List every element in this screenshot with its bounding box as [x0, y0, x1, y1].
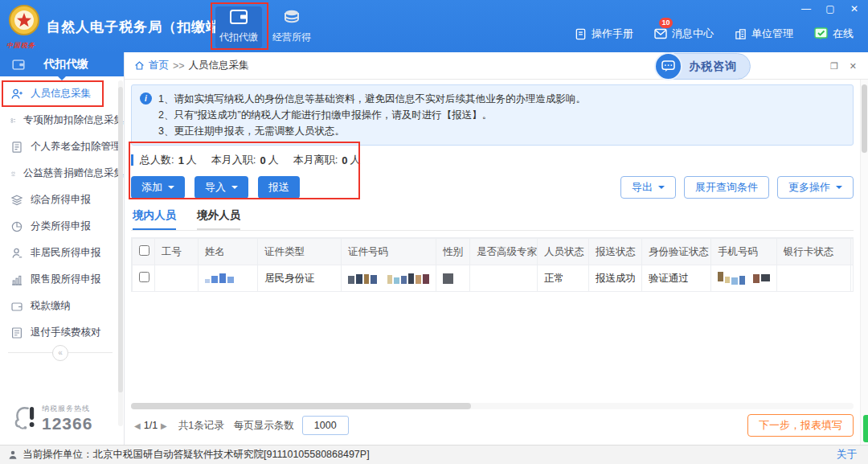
- floating-widget[interactable]: [863, 415, 868, 442]
- breadcrumb-current: 人员信息采集: [189, 59, 249, 72]
- tax-bureau-logo: 中国税务: [6, 3, 45, 50]
- menu-org-manage[interactable]: 单位管理: [735, 27, 793, 41]
- stat-left-value: 0: [342, 154, 347, 166]
- menu-manual[interactable]: 操作手册: [575, 27, 633, 41]
- notice-line-3: 3、更正往期申报表，无需调整人员状态。: [158, 123, 586, 139]
- minimize-button[interactable]: —: [800, 3, 812, 14]
- breadcrumb-home[interactable]: 首页: [149, 59, 169, 72]
- tab-foreign-person[interactable]: 境外人员: [197, 208, 240, 230]
- chat-bubble-icon: [654, 52, 682, 80]
- envelope-icon: [654, 28, 667, 39]
- logo-caption: 中国税务: [6, 41, 35, 50]
- menu-online-status[interactable]: 在线: [814, 27, 854, 41]
- page-size-input[interactable]: [302, 416, 349, 435]
- maximize-button[interactable]: ▢: [825, 3, 836, 14]
- notice-line-1: 1、请如实填写纳税人的身份信息等基础资料，避免因信息不实对后续其他业务的办理造成…: [158, 91, 586, 107]
- sidebar-item-label: 综合所得申报: [31, 193, 91, 207]
- online-check-icon: [814, 27, 828, 40]
- message-count-badge: 10: [659, 18, 673, 28]
- horizontal-scrollbar[interactable]: [131, 403, 854, 409]
- sidebar-item-tax-payment[interactable]: 税款缴纳: [0, 293, 124, 319]
- menu-messages-label: 消息中心: [672, 27, 714, 41]
- stat-left-label: 本月离职:: [293, 153, 338, 167]
- sidebar-item-person-info[interactable]: 人员信息采集: [0, 80, 124, 107]
- layers-icon: [10, 194, 23, 207]
- more-actions-button[interactable]: 更多操作: [777, 176, 854, 199]
- stat-total-label: 总人数:: [140, 153, 174, 167]
- tax-consult-button[interactable]: 办税咨询: [655, 53, 751, 80]
- sidebar-item-refund-fee-check[interactable]: 退付手续费核对: [0, 319, 124, 346]
- breadcrumb: 首页 >> 人员信息采集: [125, 52, 868, 80]
- expand-query-button[interactable]: 展开查询条件: [684, 176, 769, 199]
- vertical-scrollbar-thumb[interactable]: [862, 84, 867, 153]
- col-verify-status: 身份验证状态: [642, 239, 711, 265]
- stat-left: 本月离职: 0 人: [293, 153, 361, 167]
- inner-restore-button[interactable]: ❐: [830, 61, 838, 72]
- col-cert-type: 证件类型: [258, 239, 342, 265]
- notice-box: i 1、请如实填写纳税人的身份信息等基础资料，避免因信息不实对后续其他业务的办理…: [131, 84, 854, 146]
- sidebar-item-charity-donation[interactable]: 公益慈善捐赠信息采集: [0, 160, 124, 187]
- redacted-gender: [443, 273, 463, 284]
- import-button[interactable]: 导入: [194, 176, 248, 199]
- status-bar: 当前操作单位：北京中税国研自动答疑软件技术研究院[911101055808684…: [0, 445, 868, 464]
- stat-unit: 人: [350, 153, 361, 167]
- cell-name-redacted: [199, 265, 258, 292]
- sidebar: 代扣代缴 人员信息采集 专项附加扣除信息采集 个人养老金扣除管理 公益慈善捐赠信…: [0, 52, 125, 445]
- close-button[interactable]: ✕: [849, 3, 860, 14]
- col-person-status: 人员状态: [538, 239, 589, 265]
- tab-withholding[interactable]: 代扣代缴: [215, 6, 262, 48]
- sidebar-item-restricted-stock[interactable]: 限售股所得申报: [0, 266, 124, 293]
- sidebar-menu: 人员信息采集 专项附加扣除信息采集 个人养老金扣除管理 公益慈善捐赠信息采集 综…: [0, 76, 124, 346]
- stat-unit: 人: [268, 153, 279, 167]
- cell-gender-redacted: [436, 265, 470, 292]
- select-all-checkbox[interactable]: [139, 245, 149, 256]
- prev-page-button[interactable]: ◀: [134, 421, 141, 430]
- redacted-phone: [718, 272, 770, 285]
- menu-org-manage-label: 单位管理: [751, 27, 793, 41]
- row-checkbox[interactable]: [139, 272, 149, 282]
- sidebar-scrollbar-thumb[interactable]: [118, 87, 123, 392]
- export-button-label: 导出: [632, 180, 653, 195]
- hotline-label: 纳税服务热线: [42, 404, 92, 414]
- add-button-label: 添加: [141, 180, 162, 195]
- hotline: 纳税服务热线 12366: [11, 403, 92, 433]
- stats-row: 总人数: 1 人 本月入职: 0 人 本月离职: 0 人: [131, 152, 854, 168]
- cell-senior-expert: [470, 265, 538, 292]
- table-row[interactable]: 居民身份证: [133, 265, 854, 292]
- col-senior-expert: 是否高级专家: [470, 239, 538, 265]
- chevron-down-icon: [168, 186, 174, 192]
- table-header-row: 工号 姓名 证件类型 证件号码 性别 是否高级专家 人员状态 报送状态 身份验证…: [133, 239, 854, 265]
- expand-query-label: 展开查询条件: [695, 180, 758, 195]
- menu-messages[interactable]: 10 消息中心: [654, 27, 714, 41]
- sidebar-item-special-deduction[interactable]: 专项附加扣除信息采集: [0, 107, 124, 133]
- sidebar-item-nonresident-income[interactable]: 非居民所得申报: [0, 240, 124, 266]
- sidebar-item-pension-deduction[interactable]: 个人养老金扣除管理: [0, 133, 124, 160]
- sidebar-item-label: 退付手续费核对: [31, 326, 101, 339]
- sidebar-scrollbar[interactable]: [118, 80, 123, 426]
- person-tabs: 境内人员 境外人员: [131, 208, 854, 231]
- heart-hand-icon: [10, 167, 16, 180]
- cell-clipped: [851, 265, 854, 292]
- cell-emp-no: [155, 265, 199, 292]
- export-button[interactable]: 导出: [620, 176, 676, 199]
- header-menu: 操作手册 10 消息中心 单位管理 在线: [575, 27, 854, 41]
- collapse-sidebar-button[interactable]: «: [52, 345, 68, 361]
- horizontal-scrollbar-thumb[interactable]: [131, 403, 471, 409]
- action-button-row: 添加 导入 报送 导出 展开查询条件 更多操作: [131, 176, 854, 199]
- vertical-scrollbar[interactable]: [860, 80, 868, 445]
- sidebar-item-comprehensive-income[interactable]: 综合所得申报: [0, 187, 124, 213]
- record-count: 共1条记录: [178, 419, 224, 433]
- tab-domestic-person[interactable]: 境内人员: [133, 208, 176, 230]
- submit-button[interactable]: 报送: [258, 176, 300, 199]
- sidebar-item-classified-income[interactable]: 分类所得申报: [0, 213, 124, 240]
- sidebar-item-label: 非居民所得申报: [31, 246, 101, 260]
- menu-manual-label: 操作手册: [592, 27, 633, 41]
- add-button[interactable]: 添加: [131, 176, 185, 199]
- tab-business-income[interactable]: 经营所得: [268, 6, 315, 48]
- info-icon: i: [140, 92, 152, 105]
- next-step-button[interactable]: 下一步，报表填写: [747, 414, 854, 437]
- next-page-button[interactable]: ▶: [161, 421, 167, 430]
- about-link[interactable]: 关于: [837, 448, 857, 462]
- coins-icon: [280, 6, 304, 27]
- inner-close-button[interactable]: ✕: [850, 61, 857, 72]
